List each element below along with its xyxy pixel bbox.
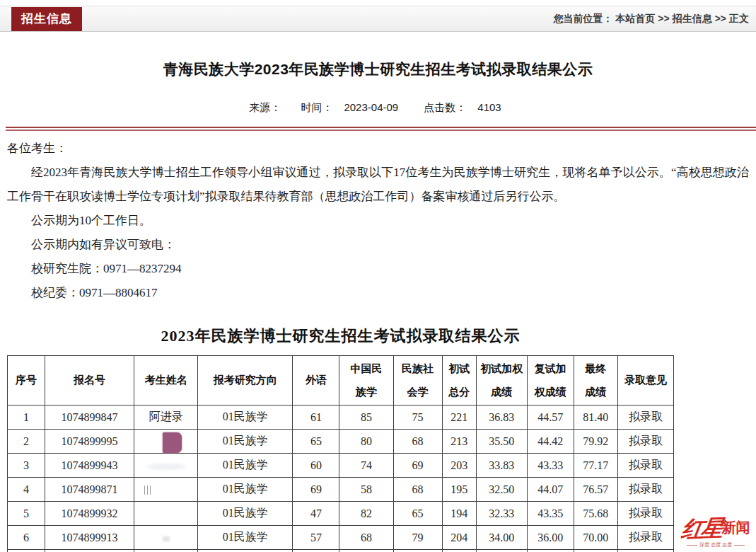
name-redaction-mark bbox=[163, 536, 170, 541]
logo-script-text: 红星 bbox=[680, 517, 721, 541]
empty-cell bbox=[476, 550, 527, 552]
cell-initial_total: 204 bbox=[442, 526, 476, 550]
candidate-name-cell bbox=[134, 430, 198, 454]
cell-decision: 拟录取 bbox=[617, 406, 673, 430]
column-header-name: 考生姓名 bbox=[134, 356, 198, 406]
name-redaction-mark bbox=[144, 485, 151, 495]
cell-retest_weighted: 43.35 bbox=[527, 502, 574, 526]
cell-decision: 拟录取 bbox=[617, 430, 673, 454]
table-row: 4107489987101民族学69586819532.5044.0776.57… bbox=[8, 478, 674, 502]
candidate-name-cell: 阿进录 bbox=[134, 406, 198, 430]
cell-foreign_lang: 60 bbox=[293, 454, 339, 478]
discipline-phone-line: 校纪委：0971—8804617 bbox=[7, 281, 749, 305]
cell-chinese_ethnology: 58 bbox=[339, 478, 393, 502]
cell-chinese_ethnology: 85 bbox=[339, 406, 393, 430]
cell-foreign_lang: 47 bbox=[293, 502, 339, 526]
cell-initial_weighted: 32.50 bbox=[476, 478, 527, 502]
breadcrumb-item-3: 正文 bbox=[729, 13, 749, 24]
cell-ethnic_sociology: 69 bbox=[393, 454, 442, 478]
table-row: 5107489993201民族学47826519432.3343.3575.68… bbox=[8, 502, 674, 526]
table-title: 2023年民族学博士研究生招生考试拟录取结果公示 bbox=[7, 326, 674, 347]
red-star-news-logo: 红星新闻 bbox=[678, 517, 754, 540]
logo-tagline: 深度 态度 温度 bbox=[678, 541, 754, 548]
breadcrumb-item-1[interactable]: 本站首页 bbox=[615, 13, 655, 24]
objection-line: 公示期内如有异议可致电： bbox=[7, 233, 749, 257]
cell-retest_weighted: 44.57 bbox=[527, 406, 574, 430]
cell-reg_no: 1074899932 bbox=[45, 502, 134, 526]
cell-final_score: 75.68 bbox=[574, 502, 617, 526]
cell-seq: 3 bbox=[8, 454, 45, 478]
candidate-name-cell bbox=[134, 454, 198, 478]
empty-cell bbox=[574, 550, 617, 552]
cell-foreign_lang: 61 bbox=[293, 406, 339, 430]
cell-seq: 5 bbox=[8, 502, 45, 526]
table-header-row: 序号报名号考生姓名报考研究方向外语中国民 族学民族社 会学初试 总分初试加权 成… bbox=[8, 356, 674, 406]
cell-ethnic_sociology: 79 bbox=[393, 526, 442, 550]
table-row: 3107489994301民族学60746920333.8343.3377.17… bbox=[8, 454, 674, 478]
empty-cell bbox=[339, 550, 393, 552]
empty-cell bbox=[45, 550, 134, 552]
section-badge[interactable]: 招生信息 bbox=[11, 7, 82, 31]
breadcrumb-label: 您当前位置： bbox=[553, 13, 612, 24]
cell-chinese_ethnology: 82 bbox=[339, 502, 393, 526]
cell-reg_no: 1074899847 bbox=[45, 406, 134, 430]
article-body: 各位考生： 经2023年青海民族大学博士招生工作领导小组审议通过，拟录取以下17… bbox=[7, 137, 749, 305]
breadcrumb: 您当前位置： 本站首页>>招生信息>>正文 bbox=[553, 13, 749, 25]
empty-cell bbox=[198, 550, 293, 552]
cell-chinese_ethnology: 68 bbox=[339, 526, 393, 550]
cell-initial_total: 221 bbox=[442, 406, 476, 430]
cell-direction: 01民族学 bbox=[198, 406, 293, 430]
column-header-chinese_ethnology: 中国民 族学 bbox=[339, 356, 393, 406]
red-divider bbox=[6, 127, 756, 131]
cell-chinese_ethnology: 74 bbox=[339, 454, 393, 478]
grad-school-phone-line: 校研究生院：0971—8237294 bbox=[7, 257, 749, 281]
empty-cell bbox=[527, 550, 574, 552]
logo-text: 新闻 bbox=[722, 520, 750, 534]
red-star-news-watermark: 红星新闻 深度 态度 温度 bbox=[678, 516, 754, 551]
cell-decision: 拟录取 bbox=[617, 454, 673, 478]
column-header-direction: 报考研究方向 bbox=[198, 356, 293, 406]
breadcrumb-separator: >> bbox=[658, 13, 669, 24]
column-header-ethnic_sociology: 民族社 会学 bbox=[393, 356, 442, 406]
cell-final_score: 77.17 bbox=[574, 454, 617, 478]
empty-cell bbox=[8, 550, 45, 552]
salutation: 各位考生： bbox=[7, 137, 749, 161]
cell-initial_total: 195 bbox=[442, 478, 476, 502]
cell-direction: 01民族学 bbox=[198, 454, 293, 478]
cell-decision: 拟录取 bbox=[617, 526, 673, 550]
candidate-name-cell bbox=[134, 526, 198, 550]
cell-retest_weighted: 43.33 bbox=[527, 454, 574, 478]
cell-direction: 01民族学 bbox=[198, 430, 293, 454]
meta-time: 时间：2023-04-09 bbox=[295, 101, 404, 113]
cell-initial_weighted: 33.83 bbox=[476, 454, 527, 478]
empty-cell bbox=[134, 550, 198, 552]
cell-initial_weighted: 32.33 bbox=[476, 502, 527, 526]
cell-initial_weighted: 34.00 bbox=[476, 526, 527, 550]
cell-seq: 1 bbox=[8, 406, 45, 430]
column-header-initial_weighted: 初试加权 成绩 bbox=[476, 356, 527, 406]
cell-ethnic_sociology: 65 bbox=[393, 502, 442, 526]
breadcrumb-item-2[interactable]: 招生信息 bbox=[673, 13, 712, 24]
cell-initial_weighted: 36.83 bbox=[476, 406, 527, 430]
name-redaction-mark bbox=[163, 432, 182, 453]
meta-source-label: 来源： bbox=[249, 101, 281, 113]
article-meta: 来源： 时间：2023-04-09 点击数：4103 bbox=[0, 101, 756, 115]
column-header-seq: 序号 bbox=[8, 356, 45, 406]
top-navigation-bar: 招生信息 您当前位置： 本站首页>>招生信息>>正文 bbox=[0, 6, 756, 32]
cell-reg_no: 1074899943 bbox=[45, 454, 134, 478]
table-row: 11074899847阿进录01民族学61857522136.8344.5781… bbox=[8, 406, 674, 430]
cell-initial_total: 203 bbox=[442, 454, 476, 478]
candidate-name-cell bbox=[134, 502, 198, 526]
cell-seq: 2 bbox=[8, 430, 45, 454]
cell-decision: 拟录取 bbox=[617, 502, 673, 526]
cell-ethnic_sociology: 68 bbox=[393, 430, 442, 454]
cell-chinese_ethnology: 80 bbox=[339, 430, 393, 454]
column-header-foreign_lang: 外语 bbox=[293, 356, 339, 406]
cell-foreign_lang: 57 bbox=[293, 526, 339, 550]
empty-cell bbox=[617, 550, 673, 552]
cell-reg_no: 1074899913 bbox=[45, 526, 134, 550]
cell-initial_weighted: 35.50 bbox=[476, 430, 527, 454]
column-header-initial_total: 初试 总分 bbox=[442, 356, 476, 406]
cell-foreign_lang: 65 bbox=[293, 430, 339, 454]
table-row: 6107489991301民族学57687920434.0036.0070.00… bbox=[8, 526, 674, 550]
